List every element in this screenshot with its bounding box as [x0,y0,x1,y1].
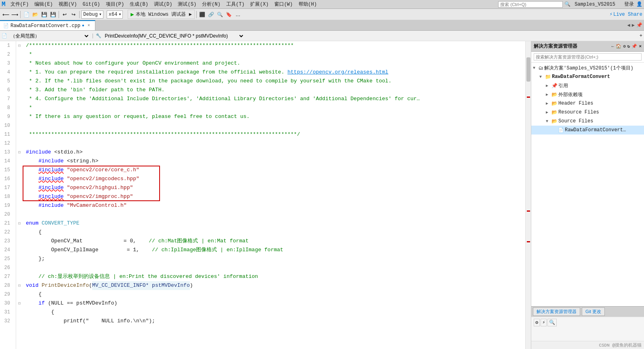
code-line-15[interactable]: #include "opencv2/core/core_c.h" [23,166,525,174]
panel-icon-3[interactable]: ⚙ [623,44,626,49]
code-line-30[interactable]: if (NULL == pstMVDevInfo) [23,299,525,308]
code-line-20[interactable] [23,210,525,219]
undo-button[interactable]: ↩ [61,11,69,19]
code-line-22[interactable]: { [23,228,525,237]
nav-function-select[interactable]: PrintDeviceInfo(MV_CC_DEVICE_INFO * pstM… [103,33,244,39]
menu-build[interactable]: 生成(B) [127,0,151,8]
live-share-button[interactable]: ⚡ Live Share [610,11,642,17]
code-line-19[interactable]: #include "MvCameraControl.h" [23,201,525,210]
code-line-8[interactable]: * [23,103,525,112]
code-line-5[interactable]: * 2. If the *.lib files doesn't exist in… [23,77,525,86]
props-icon-3[interactable]: 🔍 [547,319,557,326]
global-search-input[interactable] [498,1,563,8]
menu-extensions[interactable]: 扩展(X) [248,0,271,8]
code-line-31[interactable]: { [23,308,525,317]
tab-rawdataformatconvert[interactable]: 📄 RawDataFormatConvert.cpp ● × [0,20,95,30]
fold-28[interactable]: ⊟ [16,281,23,290]
attach-button[interactable]: 🔗 [207,11,215,19]
code-content[interactable]: /***************************************… [23,41,525,349]
code-line-10[interactable] [23,121,525,130]
code-line-24[interactable]: OpenCV_IplImage = 1, // ch:IplImage图像格式 … [23,246,525,254]
panel-icon-6[interactable]: × [639,44,642,49]
code-line-11[interactable]: ****************************************… [23,130,525,139]
tree-item-project[interactable]: ▼ 📁 RawDataFormatConvert [531,72,644,81]
fold-1[interactable]: ⊟ [16,41,23,50]
login-button[interactable]: 登录 [624,1,634,8]
tab-scroll-left-icon[interactable]: ◀ [627,22,630,28]
menu-help[interactable]: 帮助(H) [296,0,320,8]
code-line-14[interactable]: #include <string.h> [23,157,525,166]
code-line-13[interactable]: #include <stdio.h> [23,148,525,157]
props-icon-1[interactable]: ⚙ [534,319,540,326]
code-line-3[interactable]: * Notes about how to configure your Open… [23,59,525,68]
tree-item-ext-deps[interactable]: ▶ 📂 外部依赖项 [531,90,644,99]
scrollbar-thumb[interactable] [526,57,530,82]
code-line-29[interactable]: { [23,290,525,299]
solution-explorer-btn[interactable]: 解决方案资源管理器 [533,307,580,316]
tree-item-solution[interactable]: ▼ 🗂 解决方案'Samples_VS2015'(1个项目) [531,63,644,72]
panel-icon-1[interactable]: ← [612,44,615,49]
scrollbar[interactable] [525,41,531,349]
code-line-4[interactable]: * 1. You can prepare the required instal… [23,68,525,77]
tree-item-cpp-file[interactable]: 📄 RawDataFormatConvert… [531,126,644,135]
code-line-21[interactable]: enum CONVERT_TYPE [23,219,525,228]
code-line-2[interactable]: * [23,50,525,59]
git-changes-btn[interactable]: Git 更改 [582,307,605,316]
code-line-27[interactable]: // ch:显示枚举到的设备信息 | en:Print the discover… [23,272,525,281]
panel-search-input[interactable] [534,53,642,61]
menu-view[interactable]: 视图(V) [56,0,80,8]
menu-edit[interactable]: 编辑(E) [32,0,55,8]
code-line-12[interactable] [23,139,525,148]
tab-close-button[interactable]: × [86,23,92,29]
code-line-32[interactable]: printf(" NULL info.\n\n"); [23,317,525,326]
more-toolbar-button[interactable]: … [234,11,242,19]
menu-git[interactable]: Git(G) [80,1,102,8]
tree-item-references[interactable]: ▶ 📌 引用 [531,81,644,90]
menu-project[interactable]: 项目(P) [103,0,127,8]
platform-dropdown[interactable]: x64 ▼ [107,11,123,19]
code-line-1[interactable]: /***************************************… [23,41,525,50]
new-file-button[interactable]: 📄 [22,11,30,19]
props-icon-2[interactable]: ⚡ [541,319,547,326]
code-line-25[interactable]: }; [23,254,525,263]
fold-13[interactable]: ⊟ [16,148,23,157]
bookmark-button[interactable]: 🔖 [225,11,233,19]
nav-expand-icon[interactable]: + [640,33,642,39]
tree-item-header-files[interactable]: ▶ 📂 Header Files [531,99,644,108]
panel-icon-4[interactable]: ↻ [627,44,630,49]
save-all-button[interactable]: 💾 [49,11,57,19]
nav-scope-select[interactable]: （全局范围） [9,33,90,39]
code-line-23[interactable]: OpenCV_Mat = 0, // ch:Mat图像格式 | en:Mat f… [23,237,525,246]
code-line-17[interactable]: #include "opencv2/highgui.hpp" [23,183,525,192]
code-line-9[interactable]: * If there is any question or request, p… [23,112,525,121]
redo-button[interactable]: ↪ [69,11,78,19]
menu-file[interactable]: 文件(F) [8,0,32,8]
stop-button[interactable]: ⬛ [198,11,206,19]
code-line-6[interactable]: * 3. Add the 'bin' folder path to the PA… [23,86,525,95]
tree-item-resource-files[interactable]: ▶ 📂 Resource Files [531,108,644,117]
run-button[interactable]: ▶ 本地 Windows 调试器 ▶ [128,10,195,19]
menu-test[interactable]: 测试(S) [175,0,199,8]
link-opencv[interactable]: https://opencv.org/releases.html [288,68,389,77]
code-line-18[interactable]: #include "opencv2/imgproc.hpp" [23,192,525,201]
tree-item-source-files[interactable]: ▼ 📂 Source Files [531,117,644,126]
save-button[interactable]: 💾 [40,11,48,19]
back-button[interactable]: ⟵ [2,11,10,19]
tab-pin-icon[interactable]: 📌 [636,22,642,28]
panel-icon-5[interactable]: 📌 [631,44,637,49]
panel-icon-2[interactable]: 🏠 [616,44,621,49]
forward-button[interactable]: ⟶ [11,11,19,19]
open-button[interactable]: 📂 [31,11,39,19]
tab-scroll-right-icon[interactable]: ▶ [632,22,635,28]
code-line-26[interactable] [23,263,525,272]
menu-analyze[interactable]: 分析(N) [200,0,223,8]
config-dropdown[interactable]: Debug ▼ [81,11,103,19]
code-line-16[interactable]: #include "opencv2/imgcodecs.hpp" [23,174,525,183]
code-line-28[interactable]: void PrintDeviceInfo(MV_CC_DEVICE_INFO* … [23,281,525,290]
search-toolbar-button[interactable]: 🔍 [216,11,224,19]
menu-debug[interactable]: 调试(D) [152,0,175,8]
code-line-7[interactable]: * 4. Configure the 'Additional Include D… [23,95,525,103]
menu-tools[interactable]: 工具(T) [224,0,247,8]
fold-30[interactable]: ⊟ [16,299,23,308]
menu-window[interactable]: 窗口(W) [272,0,295,8]
